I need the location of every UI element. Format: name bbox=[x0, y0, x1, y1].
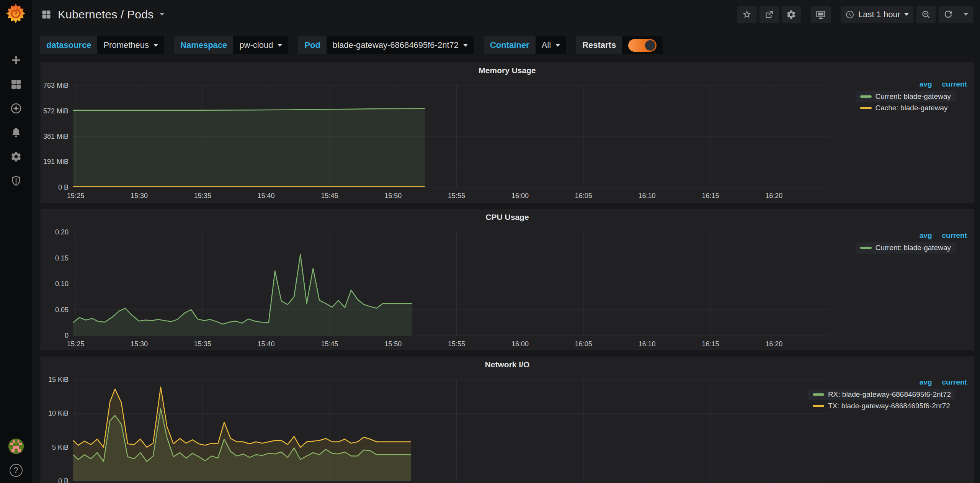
svg-text:16:00: 16:00 bbox=[511, 340, 529, 348]
series-name: TX: blade-gateway-68684695f6-2nt72 bbox=[828, 402, 950, 410]
user-avatar[interactable] bbox=[8, 439, 24, 454]
dashboard-title-group[interactable]: Kubernetes / Pods bbox=[41, 8, 164, 21]
svg-text:16:10: 16:10 bbox=[639, 192, 656, 200]
series-color-swatch bbox=[860, 95, 872, 98]
svg-text:572 MiB: 572 MiB bbox=[43, 107, 69, 115]
dashboards-icon[interactable] bbox=[10, 78, 23, 91]
legend-item[interactable]: Current: blade-gateway bbox=[856, 242, 956, 254]
svg-text:15:35: 15:35 bbox=[194, 340, 211, 348]
caret-down-icon bbox=[278, 44, 282, 47]
svg-text:15:30: 15:30 bbox=[131, 340, 148, 348]
svg-text:15:50: 15:50 bbox=[384, 340, 402, 348]
svg-text:15 KiB: 15 KiB bbox=[48, 376, 69, 383]
series-color-swatch bbox=[813, 393, 824, 396]
clock-icon bbox=[845, 10, 854, 19]
svg-text:15:55: 15:55 bbox=[448, 340, 465, 348]
series-color-swatch bbox=[813, 405, 824, 407]
svg-text:15:25: 15:25 bbox=[67, 192, 84, 200]
network-legend: avg current RX: blade-gateway-68684695f6… bbox=[808, 378, 969, 412]
svg-text:15:45: 15:45 bbox=[321, 340, 338, 348]
series-color-swatch bbox=[860, 247, 872, 249]
panel-network-io: Network I/O 15:2515:3015:3515:4015:4515:… bbox=[40, 356, 974, 483]
legend-headers: avg current bbox=[920, 231, 969, 240]
grafana-logo[interactable] bbox=[5, 3, 26, 24]
series-color-swatch bbox=[860, 107, 872, 109]
legend-current-header[interactable]: current bbox=[942, 231, 967, 240]
variable-value: Prometheus bbox=[103, 40, 149, 50]
svg-text:15:40: 15:40 bbox=[258, 192, 275, 200]
variable-pod[interactable]: Pod blade-gateway-68684695f6-2nt72 bbox=[298, 36, 474, 54]
variable-label: Namespace bbox=[174, 36, 233, 54]
left-sidebar: ? bbox=[0, 0, 32, 483]
variable-value: blade-gateway-68684695f6-2nt72 bbox=[333, 40, 459, 50]
variable-label: Pod bbox=[298, 36, 327, 54]
variable-value: pw-cloud bbox=[239, 40, 273, 50]
share-button[interactable] bbox=[760, 6, 779, 23]
memory-usage-chart[interactable]: 15:2515:3015:3515:4015:4515:5015:5516:00… bbox=[41, 62, 975, 204]
help-glyph: ? bbox=[13, 465, 18, 475]
refresh-interval-dropdown[interactable] bbox=[958, 6, 973, 23]
legend-current-header[interactable]: current bbox=[942, 80, 967, 88]
caret-down-icon bbox=[154, 44, 158, 47]
caret-down-icon bbox=[463, 44, 468, 47]
restarts-label: Restarts bbox=[576, 36, 622, 54]
legend-item[interactable]: RX: blade-gateway-68684695f6-2nt72 bbox=[808, 389, 956, 400]
star-button[interactable] bbox=[737, 6, 756, 23]
svg-text:0 B: 0 B bbox=[58, 477, 69, 483]
refresh-button[interactable] bbox=[939, 6, 958, 23]
sidebar-menu bbox=[0, 54, 32, 187]
svg-text:16:15: 16:15 bbox=[702, 192, 719, 200]
page-title: Kubernetes / Pods bbox=[58, 8, 154, 21]
help-icon[interactable]: ? bbox=[10, 464, 23, 477]
variable-datasource[interactable]: datasource Prometheus bbox=[40, 36, 164, 54]
caret-down-icon bbox=[555, 44, 560, 47]
svg-text:15:40: 15:40 bbox=[258, 340, 275, 348]
svg-text:381 MiB: 381 MiB bbox=[43, 133, 69, 140]
legend-avg-header[interactable]: avg bbox=[920, 80, 932, 88]
caret-down-icon bbox=[904, 13, 909, 16]
panel-cpu-usage: CPU Usage 15:2515:3015:3515:4015:4515:50… bbox=[40, 209, 974, 350]
tv-kiosk-button[interactable] bbox=[811, 6, 831, 23]
series-name: Current: blade-gateway bbox=[875, 92, 951, 101]
svg-text:15:50: 15:50 bbox=[384, 192, 402, 200]
cpu-usage-chart[interactable]: 15:2515:3015:3515:4015:4515:5015:5516:00… bbox=[41, 209, 975, 351]
template-variables-row: datasource Prometheus Namespace pw-cloud… bbox=[40, 36, 980, 54]
legend-item[interactable]: Cache: blade-gateway bbox=[856, 102, 952, 114]
variable-namespace[interactable]: Namespace pw-cloud bbox=[174, 36, 288, 54]
series-name: Current: blade-gateway bbox=[875, 244, 951, 252]
legend-avg-header[interactable]: avg bbox=[920, 378, 932, 386]
legend-current-header[interactable]: current bbox=[942, 378, 967, 386]
legend-item[interactable]: Current: blade-gateway bbox=[856, 91, 956, 102]
svg-text:0.15: 0.15 bbox=[55, 254, 69, 262]
toggle-knob bbox=[645, 40, 655, 51]
legend-item[interactable]: TX: blade-gateway-68684695f6-2nt72 bbox=[808, 400, 955, 412]
cpu-legend: avg current Current: blade-gateway bbox=[856, 231, 969, 254]
alerting-bell-icon[interactable] bbox=[10, 126, 23, 139]
svg-text:5 KiB: 5 KiB bbox=[52, 444, 69, 451]
svg-text:15:55: 15:55 bbox=[448, 192, 465, 200]
svg-text:16:10: 16:10 bbox=[639, 340, 656, 348]
settings-gear-button[interactable] bbox=[782, 6, 801, 23]
svg-text:0.20: 0.20 bbox=[55, 228, 69, 236]
legend-avg-header[interactable]: avg bbox=[920, 231, 932, 240]
zoom-out-button[interactable] bbox=[916, 6, 936, 23]
variable-container[interactable]: Container All bbox=[484, 36, 566, 54]
svg-text:16:00: 16:00 bbox=[511, 192, 529, 200]
restarts-toggle[interactable] bbox=[628, 39, 657, 52]
variable-label: Container bbox=[484, 36, 536, 54]
refresh-group bbox=[939, 6, 973, 23]
svg-text:0.05: 0.05 bbox=[55, 306, 69, 314]
create-plus-icon[interactable] bbox=[10, 54, 23, 67]
svg-text:15:25: 15:25 bbox=[67, 340, 84, 348]
legend-headers: avg current bbox=[920, 80, 969, 88]
configuration-gear-icon[interactable] bbox=[10, 150, 23, 163]
time-range-picker[interactable]: Last 1 hour bbox=[841, 6, 913, 23]
network-io-chart[interactable]: 15:2515:3015:3515:4015:4515:5015:5516:00… bbox=[41, 357, 975, 483]
server-admin-shield-icon[interactable] bbox=[10, 174, 23, 187]
svg-text:191 MiB: 191 MiB bbox=[43, 158, 69, 165]
svg-text:0: 0 bbox=[65, 332, 69, 339]
explore-compass-icon[interactable] bbox=[10, 102, 23, 115]
main-area: Kubernetes / Pods Last 1 hour bbox=[32, 0, 980, 483]
time-range-label: Last 1 hour bbox=[858, 10, 900, 20]
svg-text:0.10: 0.10 bbox=[55, 280, 69, 288]
